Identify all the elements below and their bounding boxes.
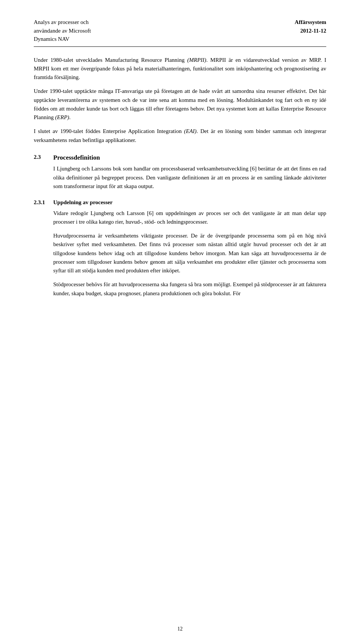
intro-paragraph-1: Under 1980-talet utvecklades Manufacturi… [34, 56, 326, 82]
intro-paragraph-2: Under 1990-talet upptäckte många IT-ansv… [34, 87, 326, 122]
intro-mrpii-abbr: MRPII [189, 57, 204, 63]
header-left: Analys av processer och användande av Mi… [34, 18, 91, 43]
page: Analys av processer och användande av Mi… [0, 0, 360, 644]
section-2-3-1-paragraph-3: Stödprocesser behövs för att huvudproces… [53, 280, 326, 298]
intro-block: Under 1980-talet utvecklades Manufacturi… [34, 56, 326, 145]
section-2-3-1-paragraph-1: Vidare redogör Ljungberg och Larsson [6]… [53, 209, 326, 227]
header-left-line2: användande av Microsoft [34, 27, 91, 35]
header-left-line1: Analys av processer och [34, 18, 91, 27]
page-footer: 12 [0, 625, 360, 633]
page-number: 12 [177, 626, 183, 632]
section-2-3-1-title: Uppdelning av processer [53, 198, 112, 207]
section-2-3-number: 2.3 [34, 153, 53, 161]
header-right-line2: 2012-11-12 [295, 27, 326, 35]
intro-paragraph-3: I slutet av 1990-talet föddes Enterprise… [34, 127, 326, 145]
section-2-3-1-heading-row: 2.3.1 Uppdelning av processer [34, 198, 326, 207]
section-2-3-content: I Ljungberg och Larssons bok som handlar… [34, 164, 326, 191]
section-2-3-1-number: 2.3.1 [34, 198, 53, 207]
header-right: Affärssystem 2012-11-12 [295, 18, 326, 35]
section-2-3-paragraph: I Ljungberg och Larssons bok som handlar… [53, 164, 326, 191]
section-2-3-1-content: Vidare redogör Ljungberg och Larsson [6]… [34, 209, 326, 298]
header-divider [34, 46, 326, 47]
page-header: Analys av processer och användande av Mi… [34, 18, 326, 43]
section-2-3-heading-row: 2.3 Processdefinition [34, 153, 326, 163]
header-right-line1: Affärssystem [295, 18, 326, 27]
section-2-3-title: Processdefinition [53, 153, 100, 163]
header-left-line3: Dynamics NAV [34, 35, 91, 43]
section-2-3-1-paragraph-2: Huvudprocesserna är verksamhetens viktig… [53, 232, 326, 275]
